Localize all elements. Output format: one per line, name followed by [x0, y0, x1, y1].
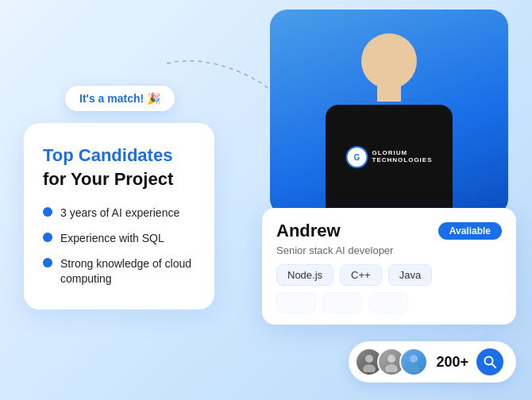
match-badge-text: It's a match! 🎉 — [79, 92, 160, 105]
candidate-header: Andrew Avaliable — [276, 221, 502, 241]
person-neck — [377, 86, 401, 102]
glorium-icon: G — [345, 146, 368, 168]
feature-item-1: 3 years of AI experience — [43, 206, 195, 221]
right-area: G GLORIUMTECHNOLOGIES Andrew Avaliable S… — [262, 10, 516, 325]
avatar-3 — [399, 348, 428, 376]
candidate-role: Senior stack AI developer — [276, 244, 502, 256]
avatar-3-svg — [403, 352, 424, 372]
avatar-stack — [355, 348, 428, 376]
left-card-subtitle: for Your Project — [43, 169, 195, 190]
skills-row: Node.js C++ Java — [276, 264, 502, 286]
glorium-text: GLORIUMTECHNOLOGIES — [372, 150, 432, 164]
bullet-3 — [43, 258, 52, 267]
skill-java: Java — [388, 264, 432, 286]
feature-text-2: Experience with SQL — [60, 231, 164, 247]
person-figure: G GLORIUMTECHNOLOGIES — [310, 25, 468, 216]
svg-point-2 — [387, 355, 395, 363]
feature-item-3: Strong knowledge of cloud computing — [43, 256, 195, 287]
svg-point-1 — [363, 364, 376, 372]
more-skill-1 — [276, 292, 316, 313]
feature-list: 3 years of AI experience Experience with… — [43, 206, 195, 287]
candidate-name: Andrew — [276, 221, 341, 241]
search-icon[interactable] — [476, 348, 503, 375]
candidate-card: Andrew Avaliable Senior stack AI develop… — [262, 208, 516, 325]
feature-item-2: Experience with SQL — [43, 231, 195, 247]
feature-text-3: Strong knowledge of cloud computing — [60, 256, 195, 287]
left-card: Top Candidates for Your Project 3 years … — [24, 123, 214, 310]
svg-point-4 — [410, 355, 418, 363]
svg-point-5 — [407, 364, 420, 372]
stats-bar: 200+ — [349, 341, 516, 383]
svg-point-3 — [385, 364, 398, 372]
svg-point-0 — [365, 355, 373, 363]
person-head — [361, 33, 417, 89]
available-badge: Avaliable — [438, 222, 502, 240]
svg-line-7 — [492, 364, 496, 368]
stats-count: 200+ — [436, 354, 468, 371]
more-skill-2 — [322, 292, 362, 313]
search-svg — [483, 355, 497, 369]
feature-text-1: 3 years of AI experience — [60, 206, 179, 221]
profile-image: G GLORIUMTECHNOLOGIES — [270, 10, 508, 216]
glorium-badge: G GLORIUMTECHNOLOGIES — [345, 146, 432, 168]
skill-cpp: C++ — [340, 264, 382, 286]
left-card-title: Top Candidates — [43, 145, 195, 166]
person-body: G GLORIUMTECHNOLOGIES — [326, 105, 453, 216]
more-skill-3 — [368, 292, 408, 313]
match-badge: It's a match! 🎉 — [65, 86, 175, 111]
skill-nodejs: Node.js — [276, 264, 333, 286]
more-skills-row — [276, 292, 502, 313]
profile-image-card: G GLORIUMTECHNOLOGIES — [270, 10, 508, 216]
bullet-1 — [43, 207, 52, 217]
bullet-2 — [43, 233, 52, 242]
